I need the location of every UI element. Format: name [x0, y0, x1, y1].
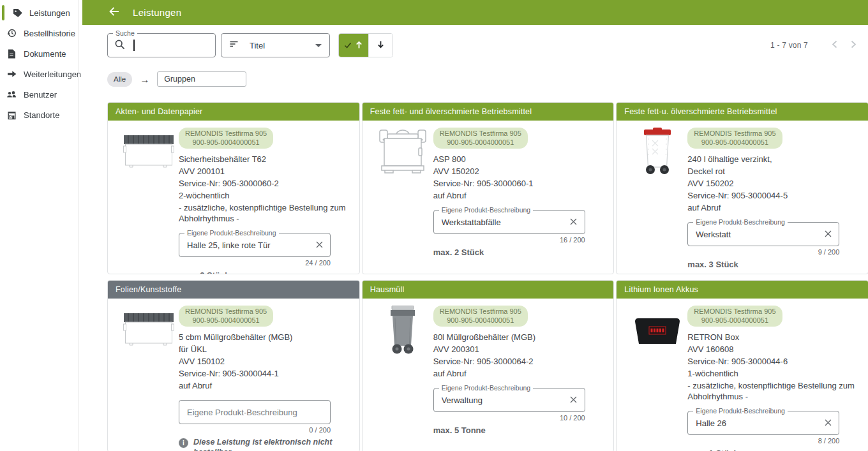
sidebar-item-leistungen[interactable]: Leistungen [0, 3, 79, 23]
sort-descending-button[interactable] [368, 34, 393, 57]
product-line: auf Abruf [687, 202, 860, 213]
sidebar-item-benutzer[interactable]: Benutzer [0, 84, 79, 105]
max-quantity-label: max. 2 Stück [179, 270, 352, 274]
product-line: AVV 200301 [433, 344, 606, 355]
toolbar: Suche Titel [107, 33, 868, 58]
chevron-left-icon [832, 40, 837, 50]
groups-filter-input[interactable] [157, 71, 246, 87]
sort-direction-toggle [338, 33, 393, 57]
customer-badge: REMONDIS Testfirma 905 900-905-000400005… [433, 306, 528, 327]
filter-chip-alle[interactable]: Alle [107, 72, 132, 87]
description-field-label: Eigene Produkt-Beschreibung [693, 407, 788, 415]
close-icon [570, 218, 577, 227]
sidebar-item-dokumente[interactable]: Dokumente [0, 43, 79, 64]
store-icon [6, 110, 17, 120]
sidebar-item-standorte[interactable]: Standorte [0, 105, 79, 125]
badge-company: REMONDIS Testfirma 905 [694, 307, 775, 316]
product-line: auf Abruf [433, 190, 606, 201]
card-title: Folien/Kunststoffe [108, 281, 359, 299]
sidebar-item-bestellhistorie[interactable]: Bestellhistorie [0, 23, 79, 43]
customer-badge: REMONDIS Testfirma 905 900-905-000400005… [433, 128, 528, 149]
clear-button[interactable] [565, 214, 582, 230]
page-next-button[interactable] [844, 36, 863, 55]
sidebar-item-label: Standorte [24, 110, 59, 120]
app-header: Leistungen [82, 0, 868, 25]
product-line: AVV 200101 [179, 166, 352, 177]
service-card: Akten- und Datenpapier REMONDIS Testfirm… [107, 102, 360, 274]
users-icon [6, 89, 17, 100]
product-line: AVV 160608 [687, 344, 860, 355]
sidebar-item-label: Benutzer [24, 90, 57, 100]
description-field-label: Eigene Produkt-Beschreibung [184, 229, 279, 237]
badge-company: REMONDIS Testfirma 905 [185, 307, 267, 316]
badge-number: 900-905-0004000051 [440, 316, 521, 325]
description-input[interactable] [696, 418, 819, 428]
description-field[interactable]: Eigene Produkt-Beschreibung [433, 388, 585, 412]
clear-button[interactable] [565, 392, 582, 408]
container-mgb-image [118, 306, 179, 451]
service-card: Feste fett-u. ölverschmierte Betriebsmit… [616, 102, 868, 274]
not-orderable-note: Diese Leistung ist elektronisch nicht be… [179, 437, 340, 451]
product-line: AVV 150202 [687, 178, 860, 189]
customer-badge: REMONDIS Testfirma 905 900-905-000400005… [687, 128, 782, 149]
card-title: Feste fett- und ölverschmierte Betriebsm… [363, 103, 614, 121]
product-line: 5 cbm Müllgroßbehälter (MGB) [179, 332, 352, 343]
clear-button[interactable] [311, 237, 327, 253]
card-title: Lithium Ionen Akkus [617, 281, 868, 299]
product-line: Service-Nr: 905-3000044-1 [179, 368, 352, 379]
description-input[interactable] [187, 408, 327, 417]
arrow-left-icon [108, 6, 119, 18]
check-icon [344, 41, 352, 50]
char-counter: 0 / 200 [179, 426, 331, 434]
description-field[interactable]: Eigene Produkt-Beschreibung [179, 233, 331, 257]
back-button[interactable] [108, 6, 119, 18]
product-line: für ÜKL [179, 344, 352, 355]
description-field[interactable]: Eigene Produkt-Beschreibung [687, 222, 839, 246]
char-counter: 16 / 200 [433, 236, 585, 244]
sidebar-item-label: Bestellhistorie [24, 29, 75, 38]
product-line: auf Abruf [179, 380, 352, 391]
description-input[interactable] [187, 240, 311, 250]
page-previous-button[interactable] [825, 36, 844, 55]
product-line: Sicherheitsbehälter T62 [179, 154, 352, 165]
product-line: Service-Nr: 905-3000064-2 [433, 356, 606, 367]
search-field-label: Suche [113, 29, 137, 37]
clear-button[interactable] [819, 415, 836, 431]
badge-company: REMONDIS Testfirma 905 [440, 307, 521, 316]
filter-row: Alle → [107, 71, 868, 87]
description-input[interactable] [442, 396, 565, 405]
description-input[interactable] [442, 218, 565, 227]
description-field[interactable] [179, 400, 331, 424]
max-quantity-label: max. 5 Tonne [433, 425, 606, 435]
info-icon [179, 438, 188, 448]
chevron-right-icon [851, 40, 857, 50]
search-input[interactable] [142, 41, 209, 50]
forward-arrow-icon [6, 69, 17, 79]
description-field[interactable]: Eigene Produkt-Beschreibung [433, 210, 585, 234]
description-field-label: Eigene Produkt-Beschreibung [439, 384, 534, 392]
arrow-down-icon [377, 40, 385, 51]
clear-button[interactable] [819, 226, 836, 242]
sort-select[interactable]: Titel [221, 33, 330, 57]
close-icon [825, 230, 832, 239]
chevron-down-icon [315, 44, 322, 47]
search-field[interactable]: Suche [107, 33, 216, 57]
card-title: Hausmüll [363, 281, 614, 299]
service-card-grid: Akten- und Datenpapier REMONDIS Testfirm… [107, 102, 868, 451]
badge-company: REMONDIS Testfirma 905 [440, 129, 521, 138]
arrow-up-icon [355, 40, 363, 51]
description-field[interactable]: Eigene Produkt-Beschreibung [687, 411, 839, 435]
bin-gray-image [373, 306, 433, 435]
description-field-label: Eigene Produkt-Beschreibung [693, 218, 788, 226]
product-line: Service-Nr: 905-3000044-6 [687, 356, 860, 367]
service-card: Hausmüll REMONDIS Testfirma 905 900-905-… [362, 280, 615, 451]
customer-badge: REMONDIS Testfirma 905 900-905-000400005… [687, 306, 782, 327]
sidebar-item-weiterleitungen[interactable]: Weiterleitungen [0, 64, 79, 84]
description-input[interactable] [696, 230, 819, 239]
sort-ascending-button[interactable] [339, 34, 368, 57]
close-icon [316, 240, 323, 250]
product-line: AVV 150102 [179, 356, 352, 367]
max-quantity-label: max. 3 Stück [687, 260, 860, 269]
product-line: Service-Nr: 905-3000044-5 [687, 190, 860, 201]
product-line: 1-wöchentlich [687, 368, 860, 379]
